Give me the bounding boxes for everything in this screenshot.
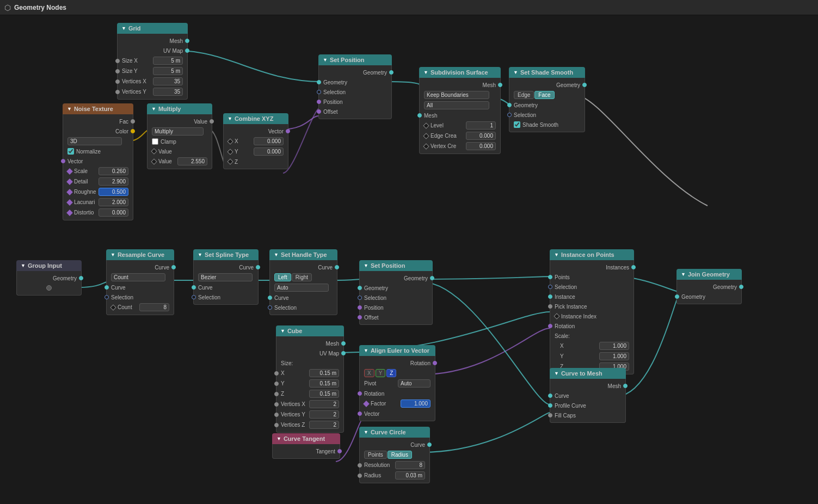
cxyz-x-val[interactable]: 0.000 bbox=[254, 137, 284, 145]
cc-points-btn[interactable]: Points bbox=[364, 451, 387, 459]
handle-auto-dropdown[interactable]: Auto bbox=[274, 284, 329, 292]
noise-lacunarity-socket[interactable] bbox=[66, 199, 72, 205]
spt-geo-in-socket[interactable] bbox=[317, 80, 321, 84]
multiply-type-dropdown[interactable]: Multiply bbox=[152, 127, 204, 136]
group-input-header[interactable]: ▼ Group Input bbox=[16, 260, 82, 271]
ctm-profile-socket[interactable] bbox=[548, 403, 552, 408]
noise-color-socket[interactable] bbox=[131, 129, 135, 133]
noise-header[interactable]: ▼ Noise Texture bbox=[63, 103, 133, 114]
noise-vector-socket[interactable] bbox=[61, 159, 65, 163]
subdiv-vert-socket[interactable] bbox=[423, 143, 429, 149]
resample-curve-in-socket[interactable] bbox=[104, 285, 109, 290]
ct-header[interactable]: ▼ Curve Tangent bbox=[272, 433, 340, 444]
iop-header[interactable]: ▼ Instance on Points bbox=[550, 249, 634, 260]
cxyz-y-val[interactable]: 0.000 bbox=[254, 147, 284, 156]
spt-position-socket[interactable] bbox=[317, 100, 321, 104]
cxyz-y-socket[interactable] bbox=[227, 149, 233, 155]
spt-selection-socket[interactable] bbox=[317, 90, 321, 94]
spline-selection-socket[interactable] bbox=[192, 295, 196, 299]
ae-rot-out-socket[interactable] bbox=[433, 361, 437, 365]
subdiv-edge-val[interactable]: 0.000 bbox=[466, 132, 496, 140]
cxyz-z-socket[interactable] bbox=[227, 158, 233, 164]
cxyz-x-socket[interactable] bbox=[227, 138, 233, 144]
ae-factor-socket[interactable] bbox=[363, 401, 369, 407]
noise-fac-socket[interactable] bbox=[131, 119, 135, 124]
ae-z-btn[interactable]: Z bbox=[386, 369, 396, 377]
shade-face-btn[interactable]: Face bbox=[534, 91, 554, 99]
join-geo-out-socket[interactable] bbox=[739, 285, 743, 289]
subdiv-header[interactable]: ▼ Subdivision Surface bbox=[419, 67, 501, 78]
shade-geo-out-socket[interactable] bbox=[582, 83, 587, 87]
cc-curve-out-socket[interactable] bbox=[427, 442, 432, 447]
resample-count-val[interactable]: 8 bbox=[139, 303, 169, 311]
align-euler-header[interactable]: ▼ Align Euler to Vector bbox=[359, 345, 435, 356]
ae-pivot-dropdown[interactable]: Auto bbox=[398, 379, 430, 388]
cube-vertz-socket[interactable] bbox=[274, 423, 279, 427]
spb-geo-in-socket[interactable] bbox=[358, 286, 362, 290]
subdiv-edge-socket[interactable] bbox=[423, 133, 429, 139]
subdiv-mesh-in-socket[interactable] bbox=[417, 113, 422, 118]
ctm-fill-socket[interactable] bbox=[548, 413, 552, 417]
cc-radius-btn[interactable]: Radius bbox=[388, 451, 412, 459]
subdiv-boundaries-dropdown[interactable]: Keep Boundaries bbox=[424, 91, 489, 99]
cube-x-socket[interactable] bbox=[274, 371, 279, 376]
shade-smooth-header[interactable]: ▼ Set Shade Smooth bbox=[509, 67, 585, 78]
iop-index-socket[interactable] bbox=[553, 313, 559, 319]
ct-tangent-socket[interactable] bbox=[337, 449, 342, 453]
cxyz-vec-out-socket[interactable] bbox=[286, 129, 290, 133]
gi-geo-socket[interactable] bbox=[79, 276, 83, 280]
noise-roughness-socket[interactable] bbox=[66, 189, 72, 195]
ae-vector-socket[interactable] bbox=[358, 411, 362, 416]
mult-clamp-checkbox[interactable] bbox=[152, 138, 158, 145]
noise-scale-val[interactable]: 0.260 bbox=[99, 167, 128, 175]
spt-geo-out-socket[interactable] bbox=[389, 70, 393, 75]
cube-mesh-out-socket[interactable] bbox=[341, 341, 346, 346]
iop-selection-socket[interactable] bbox=[548, 285, 552, 289]
grid-sizey-socket[interactable] bbox=[115, 69, 120, 73]
set-handle-header[interactable]: ▼ Set Handle Type bbox=[269, 249, 337, 260]
cube-vertz-val[interactable]: 2 bbox=[309, 421, 339, 429]
noise-distortion-socket[interactable] bbox=[66, 210, 72, 216]
noise-lacunarity-val[interactable]: 2.000 bbox=[99, 198, 128, 206]
noise-detail-val[interactable]: 2.900 bbox=[99, 177, 128, 186]
set-spline-header[interactable]: ▼ Set Spline Type bbox=[193, 249, 259, 260]
set-position-top-header[interactable]: ▼ Set Position bbox=[318, 54, 392, 65]
subdiv-vert-val[interactable]: 0.000 bbox=[466, 142, 496, 150]
multiply-header[interactable]: ▼ Multiply bbox=[147, 103, 212, 114]
ae-y-btn[interactable]: Y bbox=[376, 369, 386, 377]
grid-sizey-val[interactable]: 5 m bbox=[153, 67, 183, 75]
cube-header[interactable]: ▼ Cube bbox=[276, 325, 344, 336]
handle-left-btn[interactable]: Left bbox=[274, 273, 291, 281]
noise-detail-socket[interactable] bbox=[66, 179, 72, 185]
cube-vertx-val[interactable]: 2 bbox=[309, 400, 339, 408]
cube-uv-socket[interactable] bbox=[341, 351, 346, 355]
subdiv-all-dropdown[interactable]: All bbox=[424, 101, 489, 109]
ae-x-btn[interactable]: X bbox=[364, 369, 374, 377]
cube-z-socket[interactable] bbox=[274, 392, 279, 396]
iop-scale-y-val[interactable]: 1.000 bbox=[599, 352, 629, 360]
grid-sizex-socket[interactable] bbox=[115, 59, 120, 63]
grid-vertx-val[interactable]: 35 bbox=[153, 77, 183, 85]
iop-scale-x-val[interactable]: 1.000 bbox=[599, 342, 629, 350]
set-pos-bot-header[interactable]: ▼ Set Position bbox=[359, 260, 433, 271]
grid-node-header[interactable]: ▼ Grid bbox=[117, 23, 188, 34]
grid-verty-val[interactable]: 35 bbox=[153, 88, 183, 96]
resample-count-dropdown[interactable]: Count bbox=[111, 273, 165, 281]
resample-count-socket[interactable] bbox=[110, 304, 116, 310]
cc-resolution-socket[interactable] bbox=[358, 463, 362, 468]
cc-header[interactable]: ▼ Curve Circle bbox=[359, 427, 430, 438]
spline-curve-out-socket[interactable] bbox=[256, 265, 260, 269]
noise-scale-socket[interactable] bbox=[66, 168, 72, 174]
combine-xyz-header[interactable]: ▼ Combine XYZ bbox=[223, 113, 288, 124]
cc-radius-val[interactable]: 0.03 m bbox=[395, 471, 425, 480]
shade-smooth-checkbox[interactable] bbox=[514, 121, 520, 128]
noise-distortion-val[interactable]: 0.000 bbox=[99, 208, 128, 217]
mult-val2b-socket[interactable] bbox=[151, 158, 157, 164]
cube-z-val[interactable]: 0.15 m bbox=[309, 390, 339, 398]
cube-y-val[interactable]: 0.15 m bbox=[309, 379, 339, 388]
resample-header[interactable]: ▼ Resample Curve bbox=[106, 249, 174, 260]
mult-val-out-socket[interactable] bbox=[210, 119, 214, 124]
iop-pick-socket[interactable] bbox=[548, 304, 552, 309]
handle-right-btn[interactable]: Right bbox=[292, 273, 312, 281]
grid-sizex-val[interactable]: 5 m bbox=[153, 57, 183, 65]
